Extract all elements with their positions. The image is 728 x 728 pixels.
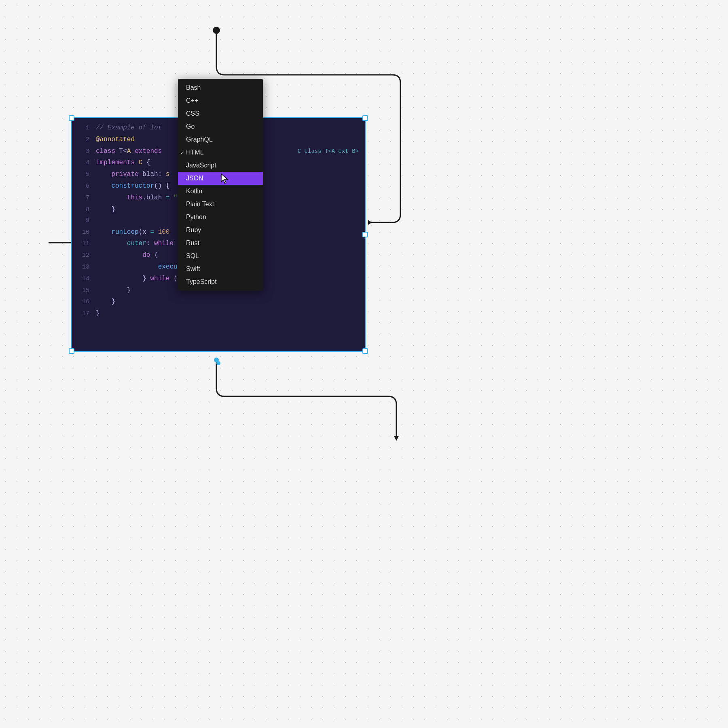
dropdown-item-go[interactable]: Go	[178, 120, 263, 133]
dropdown-item-typescript[interactable]: TypeScript	[178, 275, 263, 288]
dropdown-label-plaintext: Plain Text	[186, 201, 214, 208]
resize-handle-mr[interactable]	[362, 232, 368, 237]
dropdown-label-python: Python	[186, 214, 206, 221]
dropdown-item-ruby[interactable]: Ruby	[178, 224, 263, 237]
dropdown-item-html[interactable]: ✓ HTML	[178, 146, 263, 159]
resize-handle-bl[interactable]	[69, 348, 74, 354]
dropdown-label-kotlin: Kotlin	[186, 188, 202, 195]
dropdown-item-json[interactable]: JSON	[178, 172, 263, 185]
dropdown-item-plaintext[interactable]: Plain Text	[178, 198, 263, 211]
dropdown-label-ruby: Ruby	[186, 226, 201, 234]
dropdown-item-css[interactable]: CSS	[178, 107, 263, 120]
dropdown-label-bash: Bash	[186, 84, 201, 91]
resize-handle-tl[interactable]	[69, 115, 74, 121]
dropdown-label-graphql: GraphQL	[186, 136, 213, 143]
bottom-dot-handle[interactable]	[216, 361, 220, 365]
dropdown-label-go: Go	[186, 123, 195, 130]
language-dropdown: Bash C++ CSS Go GraphQL ✓ HTML JavaScrip…	[178, 79, 263, 291]
dropdown-label-html: HTML	[186, 149, 204, 156]
dropdown-item-cpp[interactable]: C++	[178, 94, 263, 107]
dropdown-label-javascript: JavaScript	[186, 162, 216, 169]
code-line-17: 17 }	[72, 308, 365, 320]
dropdown-item-rust[interactable]: Rust	[178, 237, 263, 250]
resize-handle-br[interactable]	[362, 348, 368, 354]
dropdown-label-cpp: C++	[186, 97, 198, 104]
dropdown-label-swift: Swift	[186, 265, 200, 273]
dropdown-item-sql[interactable]: SQL	[178, 250, 263, 262]
code-line-16: 16 }	[72, 296, 365, 308]
dropdown-item-kotlin[interactable]: Kotlin	[178, 185, 263, 198]
dropdown-item-bash[interactable]: Bash	[178, 81, 263, 94]
check-icon-html: ✓	[180, 150, 184, 156]
resize-handle-tr[interactable]	[362, 115, 368, 121]
svg-marker-4	[394, 436, 399, 441]
svg-point-0	[213, 27, 220, 34]
dropdown-label-sql: SQL	[186, 252, 199, 260]
dropdown-item-graphql[interactable]: GraphQL	[178, 133, 263, 146]
dropdown-label-json: JSON	[186, 175, 203, 182]
svg-marker-1	[368, 220, 372, 225]
dropdown-label-css: CSS	[186, 110, 199, 117]
dropdown-item-swift[interactable]: Swift	[178, 262, 263, 275]
dropdown-label-typescript: TypeScript	[186, 278, 217, 286]
dropdown-item-javascript[interactable]: JavaScript	[178, 159, 263, 172]
dropdown-label-rust: Rust	[186, 239, 199, 247]
dropdown-item-python[interactable]: Python	[178, 211, 263, 224]
